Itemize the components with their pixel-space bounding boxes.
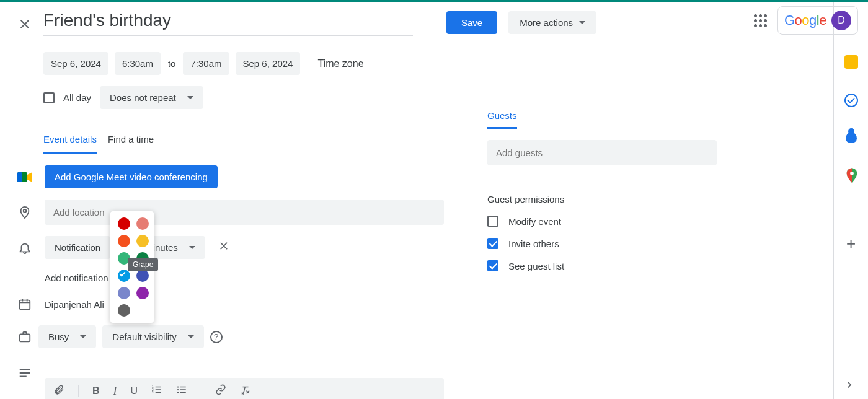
italic-icon[interactable]: I (113, 385, 117, 398)
svg-rect-5 (20, 300, 30, 310)
description-icon (17, 366, 32, 380)
bulleted-list-icon[interactable] (176, 384, 187, 398)
add-notification-button[interactable]: Add notification (45, 273, 476, 283)
color-swatch-tangerine[interactable] (118, 235, 130, 247)
visibility-dropdown[interactable]: Default visibility (102, 325, 203, 348)
side-panel: + (833, 2, 868, 399)
visibility-label: Default visibility (112, 331, 176, 342)
google-account-chip[interactable]: Google D (777, 6, 858, 35)
color-swatch-banana[interactable] (136, 235, 149, 247)
color-tooltip: Grape (128, 258, 158, 271)
guest-permissions-title: Guest permissions (487, 194, 712, 204)
svg-marker-3 (27, 172, 32, 182)
separator (201, 385, 202, 397)
see-guest-list-label: See guest list (508, 261, 564, 271)
chevron-down-icon (188, 335, 194, 338)
calendar-icon (17, 297, 32, 312)
chevron-down-icon (187, 96, 193, 99)
color-swatch-flamingo[interactable] (136, 217, 149, 230)
tab-guests[interactable]: Guests (487, 110, 517, 129)
contacts-icon[interactable] (846, 132, 857, 143)
get-addons-icon[interactable]: + (846, 234, 856, 253)
end-date-picker[interactable]: Sep 6, 2024 (236, 52, 301, 75)
close-icon[interactable] (17, 17, 32, 32)
see-guest-list-checkbox[interactable] (487, 260, 498, 271)
tasks-icon[interactable] (844, 94, 858, 107)
start-date-picker[interactable]: Sep 6, 2024 (43, 52, 108, 75)
location-icon (17, 205, 32, 220)
account-avatar[interactable]: D (831, 11, 851, 30)
add-guests-input[interactable] (487, 140, 717, 165)
color-swatch-lavender[interactable] (118, 287, 130, 299)
svg-point-11 (177, 389, 179, 390)
collapse-side-panel-icon[interactable] (843, 379, 856, 393)
clear-formatting-icon[interactable] (240, 384, 251, 398)
separator (78, 385, 79, 397)
availability-label: Busy (48, 331, 69, 342)
side-panel-divider (843, 209, 860, 209)
modify-event-label: Modify event (508, 216, 561, 227)
color-swatch-grape[interactable] (136, 287, 149, 299)
invite-others-checkbox[interactable] (487, 238, 498, 249)
svg-point-10 (177, 386, 179, 387)
tab-event-details[interactable]: Event details (43, 134, 97, 154)
chevron-down-icon (80, 335, 86, 338)
more-actions-button[interactable]: More actions (508, 11, 596, 34)
briefcase-icon (17, 330, 32, 344)
color-swatch-blueberry[interactable] (136, 270, 149, 282)
color-swatch-tomato[interactable] (118, 217, 130, 230)
availability-dropdown[interactable]: Busy (38, 325, 96, 348)
chevron-down-icon (579, 21, 585, 24)
save-button[interactable]: Save (446, 11, 497, 34)
bold-icon[interactable]: B (92, 385, 100, 397)
more-actions-label: More actions (520, 17, 573, 28)
underline-icon[interactable]: U (131, 385, 138, 397)
keep-icon[interactable] (844, 55, 858, 69)
chevron-down-icon (189, 246, 195, 249)
google-apps-icon[interactable] (754, 14, 766, 27)
remove-notification-icon[interactable] (218, 240, 230, 255)
event-title-input[interactable] (43, 9, 413, 36)
svg-point-13 (850, 172, 854, 175)
google-meet-icon (17, 171, 32, 183)
end-time-picker[interactable]: 7:30am (183, 52, 229, 75)
numbered-list-icon[interactable]: 123 (151, 384, 162, 398)
to-label: to (167, 58, 177, 69)
add-google-meet-button[interactable]: Add Google Meet video conferencing (45, 165, 218, 188)
svg-text:3: 3 (152, 390, 154, 394)
svg-point-12 (177, 392, 179, 393)
recurrence-label: Does not repeat (110, 92, 176, 103)
location-input[interactable] (45, 200, 444, 225)
google-logo: Google (784, 12, 826, 28)
organizer-name: Dipanjenah Ali (45, 299, 104, 310)
visibility-help-icon[interactable]: ? (210, 331, 223, 343)
notification-type-label: Notification (55, 242, 100, 253)
all-day-checkbox[interactable] (43, 92, 55, 103)
column-divider (459, 162, 459, 348)
timezone-button[interactable]: Time zone (317, 58, 363, 69)
recurrence-dropdown[interactable]: Does not repeat (100, 86, 203, 109)
color-swatch-graphite[interactable] (118, 304, 130, 317)
svg-rect-6 (20, 334, 30, 341)
bell-icon (17, 240, 32, 255)
insert-link-icon[interactable] (215, 384, 226, 398)
svg-point-4 (24, 209, 27, 212)
modify-event-checkbox[interactable] (487, 216, 498, 227)
maps-icon[interactable] (846, 168, 857, 184)
notification-type-dropdown[interactable]: Notification (45, 236, 110, 259)
start-time-picker[interactable]: 6:30am (115, 52, 161, 75)
attach-file-icon[interactable] (53, 384, 64, 398)
all-day-label: All day (63, 92, 91, 103)
invite-others-label: Invite others (508, 239, 559, 249)
color-swatch-peacock[interactable] (118, 270, 130, 282)
tab-find-a-time[interactable]: Find a time (108, 134, 154, 154)
